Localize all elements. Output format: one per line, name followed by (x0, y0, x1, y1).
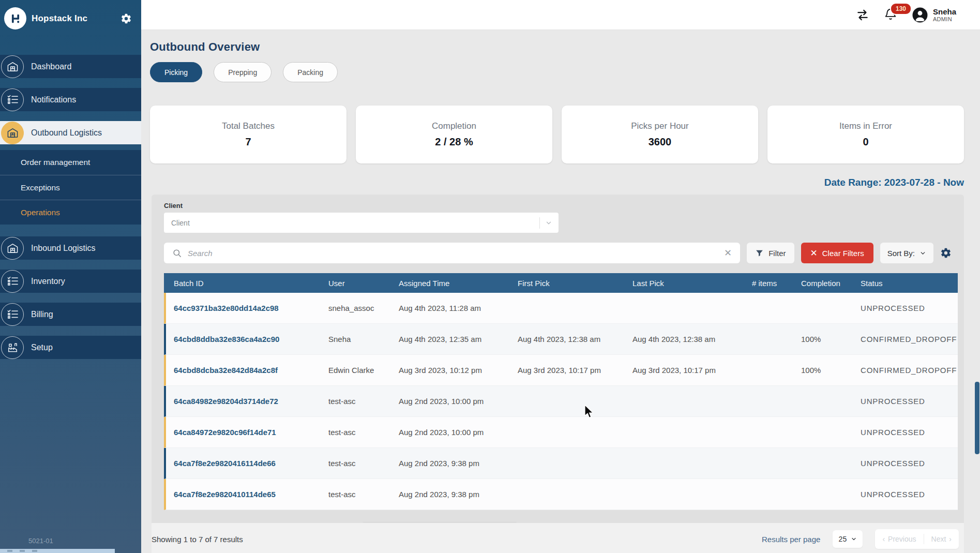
filter-panel: Client Client ✕ Filter (152, 195, 964, 553)
cell-batch_id[interactable]: 64ca7f8e2e9820410114de65 (166, 490, 328, 499)
stat-label: Items in Error (839, 121, 892, 131)
cell-batch_id[interactable]: 64ca7f8e2e9820416114de66 (166, 459, 328, 468)
stat-card-picks-per-hour: Picks per Hour 3600 (562, 106, 758, 163)
showing-results-text: Showing 1 to 7 of 7 results (152, 535, 762, 544)
stat-value: 3600 (649, 136, 672, 148)
cell-assigned_time: Aug 4th 2023, 12:35 am (399, 335, 518, 343)
sidebar-item-dashboard[interactable]: Dashboard (0, 55, 141, 78)
sidebar-item-notifications[interactable]: Notifications (0, 88, 141, 111)
next-page-button[interactable]: Next › (924, 535, 959, 543)
table-body: 64cc9371ba32e80dd14a2c98sneha_assocAug 4… (164, 293, 958, 510)
cell-first_pick: Aug 3rd 2023, 10:17 pm (518, 366, 632, 375)
column-header-last_pick: Last Pick (632, 279, 752, 288)
column-header-items: # items (752, 279, 801, 288)
cell-completion: 100% (801, 366, 861, 375)
cell-user: test-asc (328, 397, 399, 406)
cell-user: test-asc (328, 428, 399, 437)
pagination: ‹ Previous Next › (875, 529, 959, 549)
cell-batch_id[interactable]: 64cbd8ddba32e836ca4a2c90 (166, 335, 328, 343)
table-row: 64ca7f8e2e9820410114de65test-ascAug 2nd … (164, 479, 958, 510)
cell-batch_id[interactable]: 64cc9371ba32e80dd14a2c98 (166, 304, 328, 312)
sidebar-settings-gear-icon[interactable] (120, 13, 132, 24)
tab-prepping[interactable]: Prepping (214, 62, 272, 82)
factory-icon (1, 336, 24, 359)
stat-card-items-in-error: Items in Error 0 (767, 106, 964, 163)
sidebar-item-label: Dashboard (31, 62, 71, 71)
browser-taskbar-peek (0, 549, 115, 553)
table-row: 64cbd8ddba32e836ca4a2c90SnehaAug 4th 202… (164, 324, 958, 355)
search-toolbar: ✕ Filter ✕ Clear Filters Sort By: (164, 243, 952, 263)
cell-user: Sneha (328, 335, 399, 343)
page-size-select[interactable]: 25 (833, 530, 863, 548)
column-header-first_pick: First Pick (518, 279, 632, 288)
checklist-icon (1, 88, 24, 111)
vertical-scrollbar-thumb[interactable] (975, 382, 979, 454)
clear-filters-button[interactable]: ✕ Clear Filters (801, 243, 873, 263)
cell-assigned_time: Aug 3rd 2023, 10:12 pm (399, 366, 518, 375)
topbar: 130 Sneha ADMIN (141, 0, 980, 30)
previous-page-button[interactable]: ‹ Previous (875, 535, 923, 543)
cell-batch_id[interactable]: 64ca84982e98204d3714de72 (166, 397, 328, 406)
search-clear-icon[interactable]: ✕ (724, 248, 732, 258)
sidebar-item-inbound-logistics[interactable]: Inbound Logistics (0, 236, 141, 260)
user-role: ADMIN (933, 16, 956, 22)
stat-label: Total Batches (222, 121, 275, 131)
sidebar: Hopstack Inc Dashboard Notifications Out… (0, 0, 141, 553)
next-label: Next (931, 535, 946, 543)
cell-status: CONFIRMED_DROPOFF (861, 366, 958, 375)
client-label: Client (164, 202, 952, 210)
notifications-bell[interactable]: 130 (884, 7, 897, 23)
filter-button[interactable]: Filter (747, 243, 794, 263)
tab-packing[interactable]: Packing (283, 62, 338, 82)
warehouse-icon (1, 55, 24, 78)
cell-user: sneha_assoc (328, 304, 399, 312)
warehouse-icon (1, 122, 24, 144)
batches-table: Batch IDUserAssigned TimeFirst PickLast … (164, 273, 958, 510)
sidebar-subitem-operations[interactable]: Operations (0, 200, 141, 225)
client-select[interactable]: Client (164, 213, 559, 233)
content: Outbound Overview Picking Prepping Packi… (141, 30, 980, 553)
sidebar-item-billing[interactable]: Billing (0, 303, 141, 326)
cell-batch_id[interactable]: 64cbd8dcba32e842d84a2c8f (166, 366, 328, 375)
sidebar-subitem-order-management[interactable]: Order management (0, 150, 141, 175)
column-header-status: Status (861, 279, 958, 288)
page-title: Outbound Overview (150, 40, 964, 54)
table-settings-gear-icon[interactable] (940, 247, 952, 259)
previous-label: Previous (888, 535, 916, 543)
client-select-placeholder: Client (171, 219, 539, 227)
cell-status: UNPROCESSED (861, 397, 958, 406)
sidebar-item-label: Notifications (31, 95, 76, 104)
cell-status: UNPROCESSED (861, 304, 958, 312)
checklist-icon (1, 303, 24, 326)
stat-card-total-batches: Total Batches 7 (150, 106, 346, 163)
user-menu[interactable]: Sneha ADMIN (912, 7, 956, 23)
table-row: 64ca7f8e2e9820416114de66test-ascAug 2nd … (164, 448, 958, 479)
search-box: ✕ (164, 243, 740, 263)
table-row: 64ca84982e98204d3714de72test-ascAug 2nd … (164, 386, 958, 417)
cell-completion: 100% (801, 335, 861, 343)
column-header-batch_id: Batch ID (164, 279, 328, 288)
sidebar-subitem-exceptions[interactable]: Exceptions (0, 175, 141, 200)
sidebar-item-inventory[interactable]: Inventory (0, 270, 141, 293)
sidebar-item-setup[interactable]: Setup (0, 336, 141, 359)
chevron-down-icon (919, 250, 926, 257)
transfer-arrows-icon[interactable] (856, 8, 869, 22)
search-input[interactable] (188, 249, 724, 258)
sidebar-item-label: Setup (31, 343, 53, 352)
user-name: Sneha (933, 7, 956, 16)
sidebar-item-outbound-logistics[interactable]: Outbound Logistics (0, 121, 141, 144)
cell-status: CONFIRMED_DROPOFF (861, 335, 958, 343)
filter-button-label: Filter (768, 249, 786, 258)
avatar-icon (912, 7, 928, 23)
cell-batch_id[interactable]: 64ca84972e9820c96f14de71 (166, 428, 328, 437)
search-icon (172, 248, 182, 258)
results-per-page-label: Results per page (762, 535, 820, 544)
version-text: 5021-01 (28, 537, 53, 545)
tab-picking[interactable]: Picking (150, 62, 202, 82)
cell-assigned_time: Aug 2nd 2023, 10:00 pm (399, 397, 518, 406)
sidebar-item-label: Inventory (31, 277, 65, 286)
stat-value: 7 (245, 136, 251, 148)
chevron-left-icon: ‹ (882, 535, 885, 543)
sort-by-button[interactable]: Sort By: (880, 243, 933, 263)
main-area: 130 Sneha ADMIN Outbound Overview Pickin… (141, 0, 980, 553)
